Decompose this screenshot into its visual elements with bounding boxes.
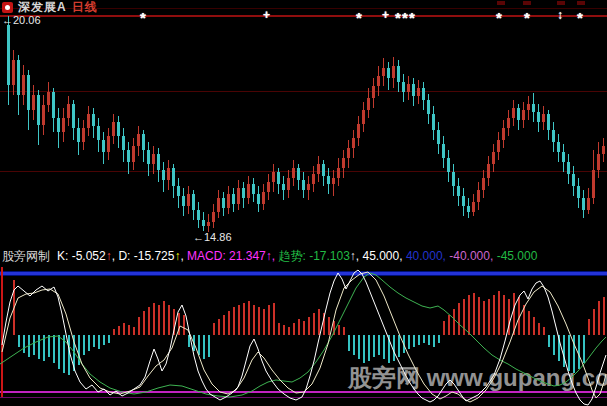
indicator-value: 40.000, [406,249,449,263]
app-window: 股旁网 www.gupang.com 深发展A 日线 ←20.06 ←14.86… [0,0,607,406]
indicator-value: K: -5.052 [57,249,106,263]
signal-marker: + [382,8,389,22]
signal-marker: + [263,8,270,22]
signal-marker: * [496,9,502,26]
signal-marker: * [524,9,530,26]
signal-marker: * [356,9,362,26]
maker-label: 股旁网制 [2,249,50,263]
signal-marker: * [577,9,583,26]
signal-marker: ↕ [557,8,563,22]
signal-marker: * [140,9,146,26]
indicator-segments: K: -5.052↑, D: -15.725↑, MACD: 21.347↑, … [57,249,537,263]
indicator-value: -45.000 [497,249,538,263]
indicator-value: -40.000, [449,249,496,263]
stock-title: 深发展A [18,0,67,16]
titlebar: 深发展A 日线 [2,1,98,14]
indicator-value: , [356,249,363,263]
indicator-panel-canvas[interactable] [0,0,607,406]
indicator-value: D: -15.725 [118,249,174,263]
indicator-value: MACD: 21.347 [187,249,266,263]
period-label: 日线 [72,0,98,16]
kdj-d-line [2,272,606,402]
kdj-k-line [2,270,606,405]
app-logo-icon[interactable] [2,2,13,13]
signal-marker: * [395,9,401,26]
indicator-values-bar: 股旁网制K: -5.052↑, D: -15.725↑, MACD: 21.34… [2,249,606,263]
low-price-label: ←14.86 [193,231,232,243]
indicator-value: 趋势: -17.103 [278,249,349,263]
signal-marker: * [409,9,415,26]
signal-marker: * [402,9,408,26]
indicator-value: 45.000, [363,249,406,263]
